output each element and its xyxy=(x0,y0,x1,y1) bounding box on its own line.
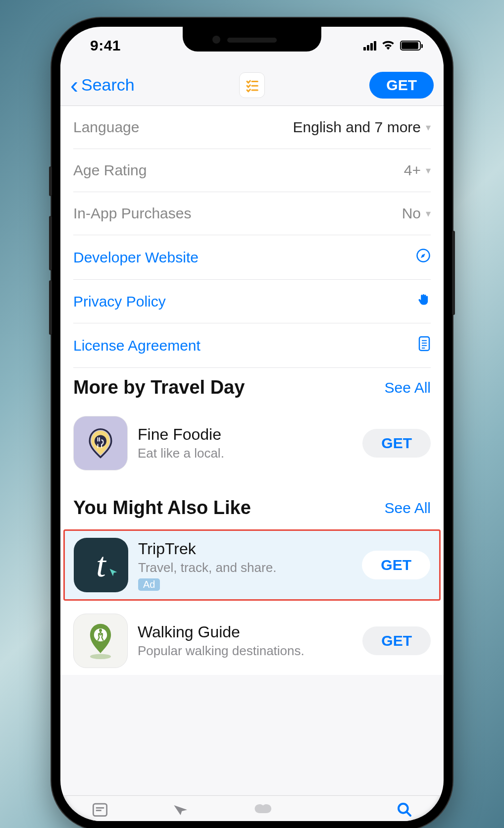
compass-icon xyxy=(416,248,431,266)
see-all-link[interactable]: See All xyxy=(385,500,431,517)
app-info: Walking Guide Popular walking destinatio… xyxy=(138,623,353,659)
section-title: You Might Also Like xyxy=(73,497,251,518)
tab-search[interactable] xyxy=(397,802,412,821)
wifi-icon xyxy=(381,38,395,53)
svg-point-3 xyxy=(90,654,111,659)
link-label: Privacy Policy xyxy=(73,293,166,310)
power-button xyxy=(452,231,455,315)
app-icon-walking xyxy=(73,614,128,668)
info-label: Age Rating xyxy=(73,162,147,179)
document-icon xyxy=(418,336,431,355)
nav-bar: ‹ Search GET xyxy=(60,64,444,106)
content-scroll[interactable]: Language English and 7 more ▾ Age Rating… xyxy=(60,106,444,675)
tab-apps[interactable] xyxy=(253,802,271,819)
phone-screen: 9:41 ‹ Search GET xyxy=(60,27,444,821)
app-name: Fine Foodie xyxy=(138,425,353,444)
app-row-fine-foodie[interactable]: Fine Foodie Eat like a local. GET xyxy=(73,409,431,477)
volume-up-button xyxy=(49,216,52,270)
svg-point-5 xyxy=(99,629,102,632)
link-privacy-policy[interactable]: Privacy Policy xyxy=(73,280,431,323)
chevron-down-icon: ▾ xyxy=(426,164,431,176)
app-desc: Popular walking destinations. xyxy=(138,643,353,659)
silent-switch xyxy=(49,166,52,196)
app-icon-foodie xyxy=(73,416,128,470)
battery-icon xyxy=(400,41,421,51)
info-value: 4+ ▾ xyxy=(404,162,431,179)
get-button[interactable]: GET xyxy=(362,429,431,458)
status-time: 9:41 xyxy=(90,37,121,54)
app-info: TripTrek Travel, track, and share. Ad xyxy=(138,540,352,591)
svg-point-2 xyxy=(95,435,106,447)
app-desc: Eat like a local. xyxy=(138,446,353,461)
link-label: License Agreement xyxy=(73,337,201,354)
back-label: Search xyxy=(81,75,135,95)
section-you-might-continued: Walking Guide Popular walking destinatio… xyxy=(60,604,444,675)
cursor-icon xyxy=(108,568,118,580)
link-developer-website[interactable]: Developer Website xyxy=(73,235,431,280)
phone-frame: 9:41 ‹ Search GET xyxy=(51,18,453,828)
info-value: No ▾ xyxy=(402,205,431,222)
info-row-iap[interactable]: In-App Purchases No ▾ xyxy=(73,192,431,235)
tab-bar xyxy=(60,795,444,821)
hand-icon xyxy=(417,293,431,310)
highlighted-ad-row: t TripTrek Travel, track, and share. Ad … xyxy=(63,529,441,601)
app-icon-triptrek: t xyxy=(74,538,128,592)
app-name: Walking Guide xyxy=(138,623,353,641)
nav-get-button[interactable]: GET xyxy=(369,72,434,99)
see-all-link[interactable]: See All xyxy=(385,379,431,396)
section-title: More by Travel Day xyxy=(73,377,245,398)
info-label: In-App Purchases xyxy=(73,205,191,222)
status-icons xyxy=(363,38,421,53)
app-row-walking-guide[interactable]: Walking Guide Popular walking destinatio… xyxy=(73,607,431,675)
info-row-age-rating[interactable]: Age Rating 4+ ▾ xyxy=(73,149,431,192)
nav-app-icon[interactable] xyxy=(239,72,265,98)
app-row-triptrek[interactable]: t TripTrek Travel, track, and share. Ad … xyxy=(74,536,430,594)
info-label: Language xyxy=(73,119,139,136)
app-desc: Travel, track, and share. xyxy=(138,560,352,575)
info-value: English and 7 more ▾ xyxy=(293,119,431,136)
app-name: TripTrek xyxy=(138,540,352,558)
notch xyxy=(183,27,321,52)
get-button[interactable]: GET xyxy=(362,551,430,579)
link-label: Developer Website xyxy=(73,249,199,266)
section-you-might-also-like: You Might Also Like See All xyxy=(60,477,444,518)
back-button[interactable]: ‹ Search xyxy=(70,75,239,95)
tab-games[interactable] xyxy=(171,802,191,820)
svg-point-7 xyxy=(399,804,408,813)
get-button[interactable]: GET xyxy=(362,626,431,655)
cellular-signal-icon xyxy=(363,41,376,51)
info-row-language[interactable]: Language English and 7 more ▾ xyxy=(73,106,431,149)
chevron-down-icon: ▾ xyxy=(426,207,431,219)
volume-down-button xyxy=(49,280,52,335)
section-more-by: More by Travel Day See All Fine Foodie xyxy=(60,368,444,477)
chevron-down-icon: ▾ xyxy=(426,121,431,133)
app-info: Fine Foodie Eat like a local. xyxy=(138,425,353,461)
ad-badge: Ad xyxy=(138,578,160,591)
link-license-agreement[interactable]: License Agreement xyxy=(73,323,431,368)
tab-today[interactable] xyxy=(92,802,108,820)
